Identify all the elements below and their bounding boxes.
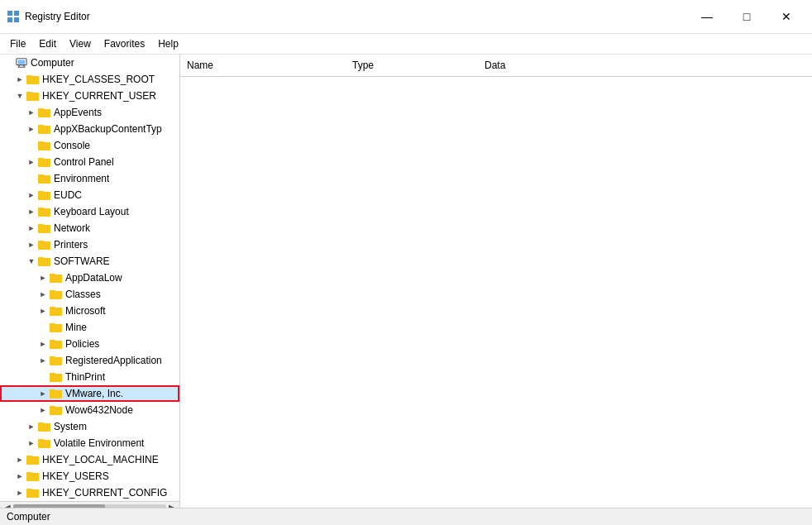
tree-node-hkey_current_config[interactable]: ► HKEY_CURRENT_CONFIG — [0, 484, 179, 501]
menu-item-favorites[interactable]: Favorites — [98, 36, 151, 52]
svg-rect-83 — [26, 473, 39, 480]
svg-rect-23 — [38, 142, 50, 150]
menu-item-file[interactable]: File — [3, 36, 32, 52]
tree-node-registeredapplications[interactable]: ► RegisteredApplication — [0, 352, 179, 369]
node-label-keyboardlayout: Keyboard Layout — [54, 206, 129, 217]
tree-node-wow6432node[interactable]: ► Wow6432Node — [0, 402, 179, 418]
expand-btn-volatileenvironment[interactable]: ► — [25, 437, 38, 450]
tree-node-appxbackup[interactable]: ► AppXBackupContentTyp — [0, 121, 179, 137]
tree-node-thinprint[interactable]: ThinPrint — [0, 369, 179, 385]
svg-rect-56 — [50, 324, 62, 332]
expand-btn-hkey_current_config[interactable]: ► — [13, 486, 26, 499]
tree-node-system[interactable]: ► System — [0, 418, 179, 435]
computer-icon — [15, 57, 28, 69]
node-label-software: SOFTWARE — [54, 255, 110, 267]
expand-btn-classes[interactable]: ► — [36, 288, 50, 301]
tree-node-hkey_current_user[interactable]: ▼ HKEY_CURRENT_USER — [0, 88, 179, 104]
node-label-appdatalow: AppDataLow — [65, 272, 122, 284]
expand-btn-network[interactable]: ► — [25, 222, 38, 235]
expand-btn-microsoft[interactable]: ► — [36, 304, 50, 317]
tree-node-printers[interactable]: ► Printers — [0, 236, 179, 253]
tree-node-software[interactable]: ▼ SOFTWARE — [0, 253, 179, 270]
expand-btn-appxbackup[interactable]: ► — [25, 122, 38, 136]
expand-btn-appevents[interactable]: ► — [25, 106, 38, 119]
node-label-console: Console — [54, 140, 90, 151]
status-bar: Computer — [0, 508, 812, 525]
expand-btn-hkey_local_machine[interactable]: ► — [13, 453, 26, 466]
svg-rect-38 — [38, 225, 50, 232]
expand-btn-controlpanel[interactable]: ► — [25, 155, 38, 169]
tree-node-policies[interactable]: ► Policies — [0, 336, 179, 352]
expand-btn-keyboardlayout[interactable]: ► — [25, 205, 38, 218]
folder-icon-appxbackup — [38, 123, 51, 135]
maximize-button[interactable]: □ — [728, 5, 766, 28]
tree-node-mine[interactable]: Mine — [0, 319, 179, 336]
expand-btn-system[interactable]: ► — [25, 420, 38, 433]
main-area: Computer► HKEY_CLASSES_ROOT▼ HKEY_CURREN… — [0, 55, 812, 508]
node-label-volatileenvironment: Volatile Environment — [54, 437, 144, 449]
tree-node-appevents[interactable]: ► AppEvents — [0, 104, 179, 121]
tree-node-hkey_users[interactable]: ► HKEY_USERS — [0, 468, 179, 484]
minimize-button[interactable]: — — [688, 5, 726, 28]
expand-btn-printers[interactable]: ► — [25, 238, 38, 251]
svg-rect-77 — [38, 440, 50, 447]
tree-node-appdatalow[interactable]: ► AppDataLow — [0, 270, 179, 286]
tree-node-hkey_local_machine[interactable]: ► HKEY_LOCAL_MACHINE — [0, 451, 179, 468]
folder-icon-software — [38, 255, 51, 267]
expand-btn-policies[interactable]: ► — [36, 337, 50, 351]
folder-icon-environment — [38, 173, 51, 184]
tree-node-microsoft[interactable]: ► Microsoft — [0, 303, 179, 319]
node-label-policies: Policies — [65, 338, 99, 350]
expand-btn-vmwareinc[interactable]: ► — [36, 387, 50, 400]
svg-rect-3 — [14, 17, 19, 22]
tree-node-vmwareinc[interactable]: ► VMware, Inc. — [0, 385, 179, 402]
folder-icon-controlpanel — [38, 156, 51, 168]
svg-rect-0 — [7, 11, 12, 16]
tree-node-classes[interactable]: ► Classes — [0, 286, 179, 303]
node-label-computer: Computer — [31, 57, 74, 69]
svg-rect-86 — [26, 489, 39, 497]
tree-panel: Computer► HKEY_CLASSES_ROOT▼ HKEY_CURREN… — [0, 55, 180, 508]
tree-node-environment[interactable]: Environment — [0, 170, 179, 187]
scroll-right-arrow[interactable]: ▶ — [166, 502, 178, 508]
tree-scrollbar[interactable]: ◀ ▶ — [0, 501, 179, 508]
tree-node-keyboardlayout[interactable]: ► Keyboard Layout — [0, 203, 179, 220]
node-label-environment: Environment — [54, 173, 109, 184]
expand-btn-hkey_current_user[interactable]: ▼ — [13, 89, 26, 103]
expand-btn-hkey_users[interactable]: ► — [13, 470, 26, 483]
menu-item-edit[interactable]: Edit — [32, 36, 63, 52]
node-label-appxbackup: AppXBackupContentTyp — [54, 123, 162, 135]
tree-node-eudc[interactable]: ► EUDC — [0, 187, 179, 203]
scrollbar-track[interactable] — [13, 504, 166, 508]
tree-node-network[interactable]: ► Network — [0, 220, 179, 236]
expand-btn-hkey_classes_root[interactable]: ► — [13, 73, 26, 86]
expand-btn-eudc[interactable]: ► — [25, 189, 38, 202]
tree-node-controlpanel[interactable]: ► Control Panel — [0, 154, 179, 170]
node-label-thinprint: ThinPrint — [65, 371, 105, 383]
tree-node-console[interactable]: Console — [0, 137, 179, 154]
expand-btn-computer — [2, 56, 15, 69]
status-text: Computer — [7, 511, 50, 523]
folder-icon-appevents — [38, 107, 51, 118]
expand-btn-software[interactable]: ▼ — [25, 255, 38, 268]
expand-btn-wow6432node[interactable]: ► — [36, 403, 50, 417]
node-label-network: Network — [54, 222, 90, 234]
close-button[interactable]: ✕ — [767, 5, 805, 28]
svg-rect-8 — [18, 60, 26, 64]
title-bar: Registry Editor — □ ✕ — [0, 0, 812, 34]
menu-item-view[interactable]: View — [63, 36, 98, 52]
scroll-left-arrow[interactable]: ◀ — [2, 502, 13, 508]
svg-rect-71 — [50, 407, 62, 414]
tree-node-volatileenvironment[interactable]: ► Volatile Environment — [0, 435, 179, 451]
expand-btn-appdatalow[interactable]: ► — [36, 271, 50, 284]
folder-icon-console — [38, 140, 51, 151]
window-title: Registry Editor — [25, 11, 688, 22]
menu-item-help[interactable]: Help — [151, 36, 185, 52]
scrollbar-thumb[interactable] — [13, 504, 105, 508]
folder-icon-system — [38, 421, 51, 432]
tree-node-hkey_classes_root[interactable]: ► HKEY_CLASSES_ROOT — [0, 71, 179, 88]
node-label-wow6432node: Wow6432Node — [65, 404, 133, 416]
tree-node-computer[interactable]: Computer — [0, 55, 179, 71]
expand-btn-registeredapplications[interactable]: ► — [36, 354, 50, 367]
folder-icon-policies — [50, 338, 63, 350]
